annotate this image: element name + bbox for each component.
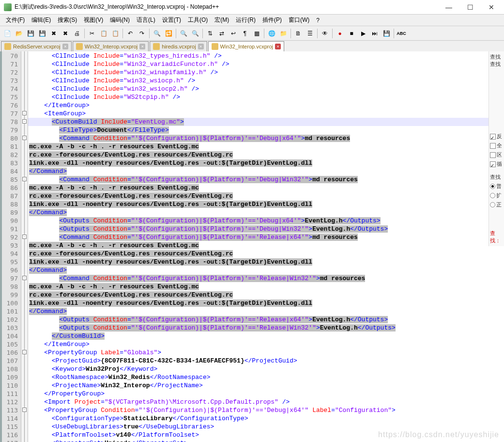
- save-icon[interactable]: 💾: [25, 28, 36, 39]
- radio-normal[interactable]: [490, 184, 495, 189]
- code-editor[interactable]: <ClInclude Include="win32_types_hiredis.…: [28, 51, 504, 442]
- menu-help[interactable]: ?: [313, 16, 322, 25]
- spell-icon[interactable]: ABC: [396, 28, 407, 39]
- find-status: 查找：: [490, 230, 503, 244]
- tab-label: Win32_Interop.vcxproj: [220, 44, 273, 49]
- tab-redisserver[interactable]: RedisServer.vcxproj×: [1, 41, 72, 51]
- copy-icon[interactable]: 📋: [98, 28, 109, 39]
- func-list-icon[interactable]: ☰: [305, 28, 315, 39]
- tab-close-icon[interactable]: ×: [62, 44, 68, 49]
- indent-guide-icon[interactable]: ▦: [251, 28, 262, 39]
- tab-win32interop1[interactable]: Win32_Interop.vcxproj×: [73, 41, 149, 51]
- file-icon: [212, 43, 218, 50]
- menu-window[interactable]: 窗口(W): [286, 15, 312, 25]
- monitor-icon[interactable]: 👁: [320, 28, 330, 39]
- tab-close-icon[interactable]: ×: [198, 44, 204, 49]
- wrap-icon[interactable]: ↩: [228, 28, 239, 39]
- zoom-in-icon[interactable]: 🔍: [178, 28, 189, 39]
- fold-margin[interactable]: --------: [21, 51, 28, 442]
- open-file-icon[interactable]: 📂: [14, 28, 24, 39]
- find-icon[interactable]: 🔍: [152, 28, 162, 39]
- tab-label: RedisServer.vcxproj: [13, 44, 61, 49]
- app-icon: [4, 3, 12, 11]
- tab-hiredis[interactable]: hiredis.vcxproj×: [150, 41, 207, 51]
- menu-macro[interactable]: 宏(M): [212, 15, 232, 25]
- radio-extended[interactable]: [490, 193, 495, 198]
- play-multi-icon[interactable]: ⏭: [369, 28, 380, 39]
- tab-close-icon[interactable]: ×: [139, 44, 145, 49]
- checkbox-backward[interactable]: [490, 134, 496, 140]
- zoom-out-icon[interactable]: 🔍: [190, 28, 200, 39]
- tab-win32interop2[interactable]: Win32_Interop.vcxproj×: [208, 41, 284, 51]
- tab-label: Win32_Interop.vcxproj: [85, 44, 137, 49]
- redo-icon[interactable]: ↷: [137, 28, 147, 39]
- close-all-icon[interactable]: ✖: [60, 28, 71, 39]
- tabbar: RedisServer.vcxproj× Win32_Interop.vcxpr…: [0, 41, 504, 51]
- replace-icon[interactable]: 🔁: [163, 28, 174, 39]
- tab-label: hiredis.vcxproj: [162, 44, 196, 49]
- save-all-icon[interactable]: 💾: [37, 28, 47, 39]
- tab-close-icon[interactable]: ×: [275, 44, 281, 49]
- stop-icon[interactable]: ■: [346, 28, 357, 39]
- show-all-icon[interactable]: ¶: [240, 28, 250, 39]
- menu-search[interactable]: 搜索(S): [55, 15, 80, 25]
- file-icon: [153, 43, 160, 50]
- sync-h-icon[interactable]: ⇄: [216, 28, 227, 39]
- new-file-icon[interactable]: 📄: [2, 28, 13, 39]
- find-panel: 查找 查找 反 全 区 循 查找 普 扩 正 查找：: [489, 51, 504, 246]
- search-mode-header: 查找: [490, 174, 503, 181]
- doc-map-icon[interactable]: 🗎: [293, 28, 304, 39]
- paste-icon[interactable]: 📋: [110, 28, 121, 39]
- menu-run[interactable]: 运行(R): [233, 15, 259, 25]
- play-icon[interactable]: ▶: [358, 28, 368, 39]
- titlebar: E:\测试\redis-3\redis-3.0\src\Win32_Intero…: [0, 0, 504, 15]
- file-icon: [4, 43, 11, 50]
- toolbar: 📄 📂 💾 💾 ✖ ✖ 🖨 ✂ 📋 📋 ↶ ↷ 🔍 🔁 🔍 🔍 ⇅ ⇄ ↩ ¶ …: [0, 26, 504, 41]
- menu-language[interactable]: 语言(L): [134, 15, 158, 25]
- window-title: E:\测试\redis-3\redis-3.0\src\Win32_Intero…: [15, 3, 440, 11]
- checkbox-whole[interactable]: [490, 143, 496, 149]
- menu-encoding[interactable]: 编码(N): [107, 15, 133, 25]
- menu-file[interactable]: 文件(F): [3, 15, 28, 25]
- checkbox-wrap[interactable]: [490, 161, 496, 167]
- menu-plugins[interactable]: 插件(P): [260, 15, 285, 25]
- menubar: 文件(F) 编辑(E) 搜索(S) 视图(V) 编码(N) 语言(L) 设置(T…: [0, 15, 504, 26]
- radio-regex[interactable]: [490, 202, 495, 207]
- find-tab[interactable]: 查找: [490, 53, 503, 61]
- sync-v-icon[interactable]: ⇅: [205, 28, 215, 39]
- findall-tab[interactable]: 查找: [490, 61, 503, 68]
- lang-icon[interactable]: 🌐: [266, 28, 277, 39]
- menu-settings[interactable]: 设置(T): [159, 15, 184, 25]
- record-icon[interactable]: ●: [335, 28, 345, 39]
- line-number-gutter: 7071727374757677787980818283848586878889…: [2, 51, 21, 442]
- menu-edit[interactable]: 编辑(E): [29, 15, 54, 25]
- watermark: https://blog.csdn.net/yuyeshijie: [378, 430, 499, 439]
- folder-icon[interactable]: 📁: [278, 28, 289, 39]
- save-macro-icon[interactable]: 💾: [381, 28, 392, 39]
- print-icon[interactable]: 🖨: [72, 28, 82, 39]
- minimize-button[interactable]: —: [440, 1, 458, 13]
- maximize-button[interactable]: ☐: [461, 1, 479, 13]
- undo-icon[interactable]: ↶: [125, 28, 136, 39]
- cut-icon[interactable]: ✂: [87, 28, 97, 39]
- close-file-icon[interactable]: ✖: [48, 28, 59, 39]
- file-icon: [76, 43, 83, 50]
- close-button[interactable]: ✕: [483, 1, 500, 13]
- menu-tools[interactable]: 工具(O): [185, 15, 211, 25]
- menu-view[interactable]: 视图(V): [81, 15, 106, 25]
- checkbox-case[interactable]: [490, 152, 496, 158]
